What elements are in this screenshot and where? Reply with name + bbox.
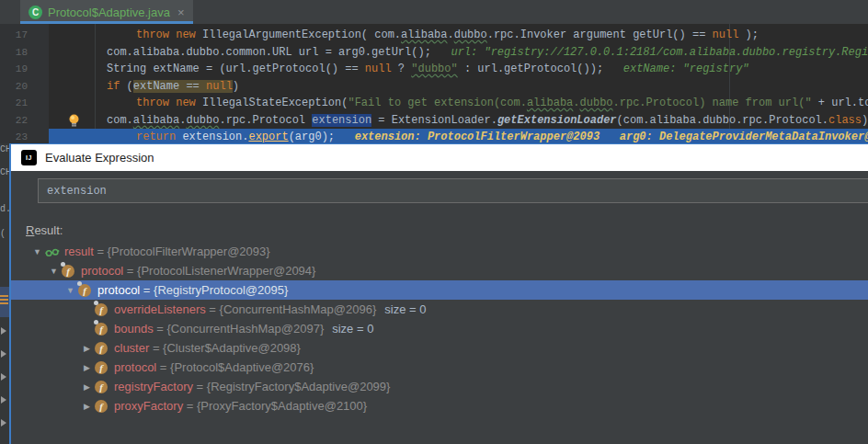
variable-name: registryFactory (114, 380, 193, 393)
code-text: com.alibaba.dubbo.common.URL url = arg0.… (0, 44, 868, 62)
background-collapsed-arrow-icon (1, 396, 6, 404)
result-tree: ▼result = {ProtocolFilterWrapper@2093}▼f… (11, 242, 868, 416)
variable-name: proxyFactory (114, 399, 183, 413)
tab-label: Protocol$Adaptive.java (48, 6, 170, 19)
field-icon: f (78, 283, 93, 298)
tree-row-registryFactory[interactable]: ▶fregistryFactory = {RegistryFactory$Ada… (11, 377, 868, 396)
field-icon: f (62, 264, 76, 279)
code-line[interactable]: 22com.alibaba.dubbo.rpc.Protocol extensi… (0, 112, 868, 130)
result-label: Result: (26, 223, 63, 237)
field-icon: f (95, 399, 109, 414)
variable-name: protocol (81, 264, 123, 278)
variable-name: protocol (97, 283, 140, 297)
tab-close-icon[interactable]: × (177, 6, 185, 18)
code-line[interactable]: 18com.alibaba.dubbo.common.URL url = arg… (0, 44, 868, 62)
tree-row-overrideListeners[interactable]: foverrideListeners = {ConcurrentHashMap@… (11, 300, 868, 319)
code-editor[interactable]: 17throw new IllegalArgumentException( co… (0, 24, 868, 147)
editor-pane: C Protocol$Adaptive.java × 17throw new I… (0, 0, 868, 147)
tree-row-protocol[interactable]: ▶fprotocol = {Protocol$Adaptive@2076} (11, 358, 868, 377)
background-text-fragment: d. (0, 204, 9, 214)
class-icon: C (29, 6, 42, 19)
tree-row-bounds[interactable]: fbounds = {ConcurrentHashMap@2097}size =… (11, 319, 868, 338)
field-icon: f (95, 341, 109, 356)
code-line[interactable]: 20if (extName == null) (0, 78, 868, 96)
code-text: if (extName == null) (0, 78, 868, 96)
background-window-sliver: CHCHd.( (0, 143, 9, 444)
collection-size: size = 0 (384, 302, 426, 316)
background-collapsed-arrow-icon (1, 350, 6, 358)
code-text: throw new IllegalStateException("Fail to… (0, 95, 868, 112)
tree-row-result[interactable]: ▼result = {ProtocolFilterWrapper@2093} (11, 242, 868, 261)
variable-value: = {ConcurrentHashMap@2097} (154, 322, 325, 336)
evaluate-result-glasses-icon (45, 245, 60, 259)
variable-name: bounds (114, 322, 154, 336)
code-line[interactable]: 17throw new IllegalArgumentException( co… (0, 27, 868, 44)
background-collapsed-arrow-icon (1, 327, 6, 335)
code-line[interactable]: 19String extName = (url.getProtocol() ==… (0, 61, 868, 78)
ide-window: C Protocol$Adaptive.java × 17throw new I… (0, 0, 868, 444)
field-icon: f (95, 302, 109, 317)
code-text: com.alibaba.dubbo.rpc.Protocol extension… (0, 112, 868, 130)
tree-collapsed-arrow-icon[interactable]: ▶ (79, 382, 95, 392)
code-line[interactable]: 21throw new IllegalStateException("Fail … (0, 95, 868, 112)
variable-value: = {RegistryFactory$Adaptive@2099} (193, 380, 390, 393)
variable-name: protocol (114, 360, 156, 374)
field-icon: f (95, 360, 109, 375)
expression-input[interactable]: extension (38, 178, 868, 203)
variable-value: = {ProtocolListenerWrapper@2094} (123, 264, 315, 278)
tree-collapsed-arrow-icon[interactable]: ▶ (79, 363, 95, 372)
code-text: throw new IllegalArgumentException( com.… (0, 27, 868, 44)
collection-size: size = 0 (332, 322, 373, 336)
background-variables-icon (0, 295, 8, 306)
tree-row-proxyFactory[interactable]: ▶fproxyFactory = {ProxyFactory$Adaptive@… (11, 396, 868, 416)
background-collapsed-arrow-icon (1, 373, 6, 381)
variable-value: = {ConcurrentHashMap@2096} (206, 302, 377, 316)
variable-value: = {Protocol$Adaptive@2076} (156, 360, 314, 374)
background-text-fragment: CH (0, 167, 9, 177)
tab-protocol-adaptive[interactable]: C Protocol$Adaptive.java × (20, 0, 193, 24)
tree-expanded-arrow-icon[interactable]: ▼ (29, 247, 45, 256)
code-text: String extName = (url.getProtocol() == n… (0, 61, 868, 78)
variable-value: = {RegistryProtocol@2095} (140, 283, 288, 297)
variable-name: result (64, 245, 94, 258)
background-collapsed-arrow-icon (1, 419, 6, 427)
evaluate-expression-dialog: IJ Evaluate Expression extension Result:… (9, 143, 868, 444)
field-icon: f (95, 322, 109, 336)
dialog-title: Evaluate Expression (45, 151, 154, 165)
tree-expanded-arrow-icon[interactable]: ▼ (46, 267, 62, 276)
tree-row-cluster[interactable]: ▶fcluster = {Cluster$Adaptive@2098} (11, 338, 868, 358)
field-icon: f (95, 380, 109, 394)
background-text-fragment: CH (0, 144, 9, 154)
tree-row-protocol[interactable]: ▼fprotocol = {RegistryProtocol@2095} (11, 280, 868, 300)
tree-row-protocol[interactable]: ▼fprotocol = {ProtocolListenerWrapper@20… (11, 261, 868, 280)
variable-value: = {Cluster$Adaptive@2098} (149, 341, 301, 355)
intellij-logo-icon: IJ (21, 150, 37, 165)
tree-collapsed-arrow-icon[interactable]: ▶ (79, 402, 95, 411)
variable-value: = {ProtocolFilterWrapper@2093} (94, 245, 270, 258)
tree-expanded-arrow-icon[interactable]: ▼ (63, 286, 78, 295)
dialog-title-bar[interactable]: IJ Evaluate Expression (11, 144, 868, 171)
variable-name: cluster (114, 341, 149, 355)
editor-tab-bar: C Protocol$Adaptive.java × (0, 0, 868, 24)
variable-value: = {ProxyFactory$Adaptive@2100} (183, 399, 367, 413)
tree-collapsed-arrow-icon[interactable]: ▶ (79, 344, 95, 353)
variable-name: overrideListeners (114, 302, 206, 316)
background-text-fragment: ( (0, 229, 6, 239)
